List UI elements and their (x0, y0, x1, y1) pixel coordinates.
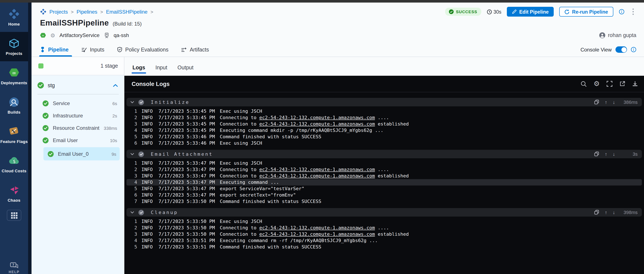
log-host-link[interactable]: ec2-54-243-12-132.compute-1.amazonaws.co… (259, 232, 375, 237)
tab-logs[interactable]: Logs (132, 65, 145, 76)
harness-logo-icon (40, 8, 46, 15)
log-host-link[interactable]: ec2-54-243-12-132.compute-1.amazonaws.co… (259, 121, 375, 127)
copy-icon[interactable] (594, 100, 599, 105)
step-row-resource-constraint[interactable]: Resource Constraint338ms (37, 122, 120, 134)
sidebar-item-home[interactable]: Home (0, 2, 28, 32)
log-level: INFO (142, 219, 157, 224)
module-grid-button[interactable] (7, 210, 21, 221)
fullscreen-icon[interactable] (606, 81, 612, 87)
breadcrumb-pipeline-name[interactable]: EmailSSHPipeline (106, 9, 148, 15)
log-section-header-initialize[interactable]: Initialize↑↓386ms (126, 98, 642, 106)
more-options-icon[interactable] (630, 7, 636, 16)
chevron-down-icon[interactable] (130, 101, 134, 103)
log-section-header-cleanup[interactable]: Cleanup↑↓398ms (126, 208, 642, 217)
gear-icon[interactable]: ⚙ (50, 32, 55, 38)
scroll-down-icon[interactable]: ↓ (613, 210, 615, 215)
log-message: Command finished with status SUCCESS (220, 134, 321, 140)
log-message: Connection to ec2-54-243-12-132.compute-… (220, 232, 409, 237)
sidebar-item-label: Builds (8, 110, 20, 114)
log-level: INFO (142, 225, 157, 231)
pipeline-icon (40, 47, 45, 52)
copy-icon[interactable] (594, 210, 599, 215)
tab-input[interactable]: Input (156, 65, 168, 76)
tab-output[interactable]: Output (178, 65, 193, 76)
tab-pipeline[interactable]: Pipeline (40, 42, 68, 57)
console-logs-title: Console Logs (132, 81, 170, 87)
tab-artifacts[interactable]: Artifacts (181, 42, 209, 57)
search-icon[interactable] (580, 81, 587, 87)
log-level: INFO (142, 140, 157, 146)
user-menu[interactable]: rohan gupta (600, 32, 636, 38)
step-row-email-user-0[interactable]: Email User_09s (44, 147, 120, 160)
chevron-down-icon[interactable] (130, 153, 134, 155)
projects-icon (8, 38, 20, 49)
log-timestamp: 7/17/2023 5:33:47 PM (158, 192, 217, 198)
copy-icon[interactable] (594, 151, 599, 157)
rerun-pipeline-button[interactable]: Re-run Pipeline (559, 7, 613, 16)
log-host-link[interactable]: ec2-54-243-12-132.compute-1.amazonaws.co… (259, 173, 375, 179)
log-timestamp: 7/17/2023 5:33:47 PM (158, 186, 217, 192)
step-row-email-user[interactable]: Email User10s (37, 134, 120, 146)
log-host-link[interactable]: ec2-54-243-12-132.compute-1.amazonaws.co… (259, 167, 375, 172)
breadcrumb-projects[interactable]: Projects (50, 9, 68, 15)
log-message: Executing command ... (220, 180, 279, 185)
log-settings-gear-icon[interactable]: ⚙ (594, 80, 600, 87)
stage-row-stg[interactable]: stg (37, 81, 120, 88)
section-success-icon (138, 210, 144, 215)
edit-pipeline-button[interactable]: Edit Pipeline (507, 7, 554, 16)
log-timestamp: 7/17/2023 5:33:47 PM (158, 160, 217, 166)
tab-policy-evaluations[interactable]: Policy Evaluations (117, 42, 168, 57)
open-external-icon[interactable] (619, 81, 625, 87)
inputs-icon (81, 47, 87, 52)
log-level: INFO (142, 160, 157, 166)
scroll-up-icon[interactable]: ↑ (605, 100, 607, 105)
divider (38, 94, 119, 94)
chevron-down-icon[interactable] (130, 211, 134, 214)
download-icon[interactable] (632, 81, 638, 87)
sidebar-item-deployments[interactable]: ∞ Deployments (0, 61, 28, 91)
sidebar: Home Projects ∞ Deployments Builds (0, 2, 28, 274)
log-section-body: 1INFO7/17/2023 5:33:45 PMExec using JSCH… (124, 106, 644, 146)
console-view-info-icon[interactable] (631, 47, 636, 52)
log-host-link[interactable]: ec2-54-243-12-132.compute-1.amazonaws.co… (259, 225, 375, 231)
log-section-header-email-attachment[interactable]: Email Attachment↑↓3s (126, 150, 642, 158)
svg-text:?: ? (12, 263, 14, 267)
chevron-up-icon[interactable] (113, 84, 118, 87)
info-icon[interactable] (619, 9, 624, 14)
log-timestamp: 7/17/2023 5:33:51 PM (158, 244, 217, 250)
sidebar-item-feature-flags[interactable]: Feature Flags (0, 120, 28, 149)
sidebar-item-cloud-costs[interactable]: $ Cloud Costs (0, 149, 28, 179)
line-number: 6 (128, 140, 137, 146)
step-success-icon (42, 125, 48, 131)
log-line: 7INFO7/17/2023 5:33:50 PMCommand finishe… (126, 198, 642, 205)
step-name: Email User (53, 137, 78, 143)
scroll-down-icon[interactable]: ↓ (613, 100, 615, 105)
log-line: 2INFO7/17/2023 5:33:47 PMConnecting to e… (126, 166, 642, 173)
sidebar-item-chaos[interactable]: Chaos (0, 179, 28, 208)
environment-name[interactable]: qa-ssh (114, 32, 129, 38)
svg-text:∞: ∞ (12, 70, 16, 76)
section-success-icon (138, 99, 144, 105)
sidebar-item-builds[interactable]: Builds (0, 91, 28, 120)
log-host-link[interactable]: ec2-54-243-12-132.compute-1.amazonaws.co… (259, 115, 375, 120)
tab-inputs[interactable]: Inputs (81, 42, 104, 57)
log-timestamp: 7/17/2023 5:33:51 PM (158, 238, 217, 243)
scroll-up-icon[interactable]: ↑ (605, 151, 607, 157)
deployments-icon: ∞ (8, 67, 20, 78)
sidebar-item-label: Chaos (8, 198, 20, 202)
scroll-up-icon[interactable]: ↑ (605, 210, 607, 215)
service-name[interactable]: ArtifactoryService (60, 32, 100, 38)
page-header: Projects> Pipelines> EmailSSHPipeline> S… (32, 2, 644, 57)
step-row-infrastructure[interactable]: Infrastructure2s (37, 109, 120, 122)
console-logs-panel: Console Logs ⚙ (124, 76, 644, 274)
breadcrumb-pipelines[interactable]: Pipelines (77, 9, 97, 15)
help-button[interactable]: ? HELP (0, 262, 28, 274)
log-line: 3INFO7/17/2023 5:33:50 PMConnection to e… (126, 231, 642, 238)
console-view-toggle[interactable] (616, 46, 627, 53)
log-message: Connection to ec2-54-243-12-132.compute-… (220, 173, 409, 179)
sidebar-item-label: Feature Flags (0, 139, 28, 144)
sidebar-item-projects[interactable]: Projects (0, 32, 28, 61)
scroll-down-icon[interactable]: ↓ (613, 151, 615, 157)
svg-text:∞: ∞ (42, 34, 44, 37)
step-row-service[interactable]: Service6s (37, 97, 120, 109)
